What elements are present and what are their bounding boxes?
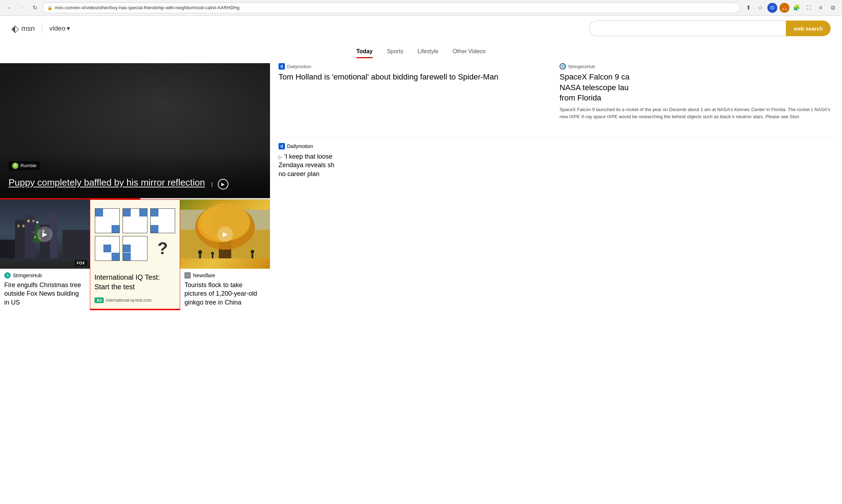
iq-cell-4 (95, 236, 120, 261)
ad-badge: Ad (95, 297, 104, 303)
rumble-icon: R (12, 163, 18, 169)
play-triangle-3: ▶ (223, 230, 228, 238)
right-source-stringers: 🌐 StringersHub (560, 63, 833, 70)
svg-rect-27 (252, 253, 253, 258)
card-source-1: S StringersHub (4, 272, 86, 279)
extensions-button[interactable]: 🧩 (792, 3, 801, 13)
tab-lifestyle[interactable]: Lifestyle (417, 45, 438, 57)
svg-point-13 (33, 231, 34, 233)
source-name-1: StringersHub (13, 273, 42, 278)
iq-cell-3 (150, 208, 175, 233)
header-divider (42, 23, 42, 33)
hero-overlay: R Rumble Puppy completely baffled by his… (0, 153, 270, 198)
video-thumb-1: ▶ FOX (0, 199, 90, 269)
profile-button[interactable]: ID (767, 3, 777, 13)
source-name-3: Newsflare (193, 273, 215, 278)
video-nav-label[interactable]: video ▾ (49, 24, 70, 32)
tab-other-videos[interactable]: Other Videos (453, 45, 486, 57)
right-bottom-title[interactable]: ▷ 'I keep that looseZendaya reveals shno… (279, 152, 833, 178)
svg-rect-4 (0, 240, 15, 258)
dailymotion-source-label: Dailymotion (287, 64, 311, 69)
ad-card-content: International IQ Test: Start the test (90, 269, 180, 295)
browser-actions: ⬆ ☆ ID 🦊 🧩 ⛶ ≡ ⧉ (743, 3, 838, 13)
tab-sports[interactable]: Sports (387, 45, 403, 57)
msn-logo-icon: ⬖ (11, 23, 19, 34)
iq-cell-1 (95, 208, 120, 233)
sidebar-button[interactable]: ⧉ (828, 3, 838, 13)
video-thumb-3: ▶ (180, 199, 270, 269)
svg-point-12 (36, 221, 38, 223)
ad-card[interactable]: ? International IQ Test: Start the test … (90, 199, 180, 310)
svg-point-26 (251, 250, 254, 253)
lock-icon: 🔒 (47, 5, 53, 10)
svg-point-24 (198, 250, 202, 254)
stringers-source-label: StringersHub (568, 64, 595, 69)
menu-button[interactable]: ≡ (816, 3, 826, 13)
hero-title-row: Puppy completely baffled by his mirror r… (9, 177, 261, 190)
play-triangle-1: ▶ (42, 230, 47, 238)
video-card-1[interactable]: ▶ FOX S StringersHub Fire engulfs Christ… (0, 199, 90, 310)
refresh-button[interactable]: ↻ (30, 3, 40, 13)
right-article-title-stringers: SpaceX Falcon 9 caNASA telescope laufrom… (560, 72, 833, 103)
hero-play-button[interactable]: ▶ (218, 179, 228, 190)
play-overlay-3: ▶ (217, 226, 233, 242)
puzzle-button[interactable]: ⛶ (804, 3, 814, 13)
play-icon: ▶ (221, 182, 225, 187)
msn-logo[interactable]: ⬖ msn (11, 23, 35, 34)
msn-header: ⬖ msn video ▾ web search (0, 16, 842, 41)
iq-cell-question: ? (150, 236, 175, 261)
ad-card-title: International IQ Test: Start the test (95, 273, 176, 292)
hero-source-badge: R Rumble (9, 161, 40, 170)
favorites-button[interactable]: ☆ (755, 3, 765, 13)
forward-button[interactable]: → (17, 3, 27, 13)
video-card-3[interactable]: ▶ ⬡ Newsflare Tourists flock to take pic… (180, 199, 270, 310)
ad-progress-bar (90, 309, 180, 310)
dailymotion-source-label-2: Dailymotion (287, 143, 313, 149)
dailymotion-icon-2: d (279, 143, 285, 149)
iq-grid: ? (95, 208, 175, 261)
url-input[interactable] (55, 5, 736, 10)
tab-today[interactable]: Today (356, 45, 373, 57)
nav-tabs: Today Sports Lifestyle Other Videos (0, 41, 842, 57)
svg-rect-6 (17, 225, 20, 227)
play-text-icon: ▷ (279, 154, 282, 160)
ad-url: international-iq-test.com (106, 298, 151, 303)
right-bottom-source: d Dailymotion (279, 143, 833, 149)
hero-title: Puppy completely baffled by his mirror r… (9, 177, 205, 188)
stringers-globe-icon: 🌐 (560, 63, 566, 70)
svg-point-15 (34, 236, 36, 238)
svg-rect-7 (22, 225, 25, 227)
msn-logo-text: msn (21, 24, 35, 33)
fox-badge: FOX (75, 260, 87, 266)
newsflare-icon: ⬡ (184, 272, 191, 279)
card-source-3: ⬡ Newsflare (184, 272, 266, 279)
right-panel: d Dailymotion Tom Holland is 'emotional'… (270, 63, 842, 310)
dailymotion-icon: d (279, 63, 285, 70)
ad-label: Ad international-iq-test.com (90, 295, 180, 305)
right-bottom-section: d Dailymotion ▷ 'I keep that looseZenday… (279, 137, 833, 178)
ad-thumb: ? (90, 200, 180, 269)
svg-rect-8 (27, 220, 29, 222)
address-bar[interactable]: 🔒 (43, 2, 740, 13)
card-title-1: Fire engulfs Christmas tree outside Fox … (4, 281, 86, 307)
share-button[interactable]: ⬆ (743, 3, 753, 13)
dropdown-arrow: ▾ (67, 24, 70, 32)
fox-icon[interactable]: 🦊 (779, 3, 789, 13)
play-overlay-1: ▶ (37, 226, 53, 242)
iq-cell-2 (123, 208, 147, 233)
hero-video[interactable]: R Rumble Puppy completely baffled by his… (0, 63, 270, 198)
svg-point-28 (211, 252, 214, 255)
right-article-dailymotion[interactable]: d Dailymotion Tom Holland is 'emotional'… (279, 63, 552, 120)
browser-chrome: ← → ↻ 🔒 ⬆ ☆ ID 🦊 🧩 ⛶ ≡ ⧉ (0, 0, 842, 16)
card-title-3: Tourists flock to take pictures of 1,200… (184, 281, 266, 307)
main-content: R Rumble Puppy completely baffled by his… (0, 63, 842, 310)
search-bar: web search (589, 21, 831, 36)
right-article-title-dailymotion: Tom Holland is 'emotional' about bidding… (279, 72, 552, 82)
svg-rect-9 (32, 220, 34, 222)
hero-divider: | (211, 181, 213, 187)
search-input[interactable] (589, 21, 786, 36)
search-button[interactable]: web search (786, 21, 831, 36)
right-article-stringers[interactable]: 🌐 StringersHub SpaceX Falcon 9 caNASA te… (560, 63, 833, 120)
back-button[interactable]: ← (4, 3, 14, 13)
card-content-3: ⬡ Newsflare Tourists flock to take pictu… (180, 269, 270, 310)
